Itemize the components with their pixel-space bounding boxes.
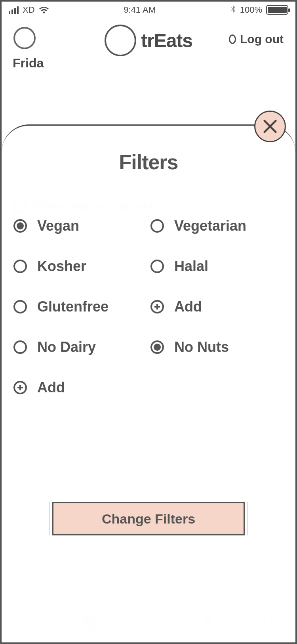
radio-icon (13, 219, 27, 233)
filter-label: Vegan (37, 218, 79, 234)
sheet-title: Filters (2, 150, 295, 174)
filter-option-no-nuts[interactable]: No Nuts (150, 339, 284, 355)
status-time: 9:41 AM (124, 5, 156, 15)
filter-label: Kosher (37, 258, 86, 275)
logout-label: Log out (240, 32, 284, 46)
apply-filters-label: Change Filters (102, 511, 195, 527)
wifi-icon (39, 6, 49, 14)
filter-label: No Dairy (37, 339, 96, 355)
filter-option-no-dairy[interactable]: No Dairy (13, 339, 147, 355)
logout-icon (229, 34, 236, 44)
filter-options: VeganVegetarianKosherHalalGlutenfreeAddN… (2, 218, 295, 396)
plus-icon (150, 300, 164, 313)
radio-icon (13, 260, 27, 273)
close-icon (263, 119, 278, 134)
brand-name: trEats (141, 30, 192, 52)
avatar-name: Frida (13, 56, 44, 71)
filter-option-glutenfree[interactable]: Glutenfree (13, 298, 147, 315)
status-bar: XD 9:41 AM 100% (2, 2, 295, 18)
avatar[interactable] (13, 27, 36, 49)
battery-icon (266, 5, 288, 15)
radio-icon (13, 300, 27, 313)
radio-icon (13, 340, 27, 354)
filter-label: Add (37, 379, 65, 396)
bluetooth-icon (230, 6, 236, 14)
radio-icon (150, 219, 164, 233)
carrier-label: XD (23, 5, 35, 15)
brand-logo-icon (105, 25, 136, 56)
filter-label: No Nuts (174, 339, 229, 355)
close-button[interactable] (254, 111, 286, 142)
radio-icon (150, 340, 164, 354)
plus-icon (13, 381, 27, 394)
logout-button[interactable]: Log out (229, 32, 284, 46)
filter-option-vegetarian[interactable]: Vegetarian (150, 218, 284, 234)
filter-add[interactable]: Add (13, 379, 147, 396)
filter-add[interactable]: Add (150, 298, 284, 315)
filter-label: Halal (174, 258, 208, 275)
radio-icon (150, 260, 164, 273)
app-header: Frida trEats Log out (2, 18, 295, 74)
filter-label: Glutenfree (37, 298, 109, 315)
apply-filters-button[interactable]: Change Filters (52, 502, 245, 535)
filter-option-kosher[interactable]: Kosher (13, 258, 147, 275)
battery-pct: 100% (240, 5, 262, 15)
filter-option-vegan[interactable]: Vegan (13, 218, 147, 234)
brand[interactable]: trEats (105, 25, 192, 56)
filter-option-halal[interactable]: Halal (150, 258, 284, 275)
filter-label: Vegetarian (174, 218, 246, 234)
filters-sheet: Filters VeganVegetarianKosherHalalGluten… (2, 124, 295, 642)
filter-label: Add (174, 298, 202, 315)
signal-icon (9, 6, 19, 14)
